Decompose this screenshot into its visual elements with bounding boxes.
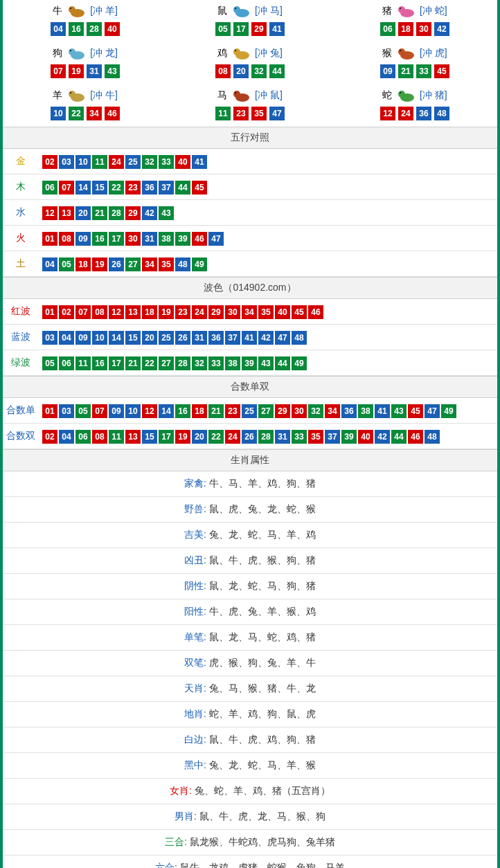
number-ball: 26: [175, 331, 190, 345]
main-container: 牛[冲 羊]04162840鼠[冲 马]05172941猪[冲 蛇]061830…: [0, 0, 500, 868]
number-ball: 07: [92, 404, 107, 418]
zodiac-name: 鸡: [217, 47, 227, 60]
zodiac-cell: 马[冲 鼠]11233547: [168, 84, 332, 127]
number-ball: 13: [125, 305, 141, 319]
row-label: 合数单: [3, 398, 39, 424]
number-ball: 17: [109, 232, 124, 246]
number-ball: 37: [325, 430, 340, 444]
number-ball: 44: [175, 181, 190, 195]
number-ball: 36: [142, 181, 157, 195]
table-row: 土04051819262734354849: [3, 251, 497, 277]
row-label: 蓝波: [3, 325, 39, 350]
zodiac-grid: 牛[冲 羊]04162840鼠[冲 马]05172941猪[冲 蛇]061830…: [3, 0, 497, 127]
number-ball: 04: [51, 22, 66, 36]
zodiac-icon: [393, 3, 418, 19]
zodiac-clash: [冲 马]: [255, 5, 283, 17]
number-ball: 24: [109, 155, 124, 169]
number-ball: 35: [159, 257, 174, 271]
number-ball: 29: [208, 305, 224, 319]
attr-row: 吉美: 兔、龙、蛇、马、羊、鸡: [3, 523, 497, 548]
svg-point-1: [69, 6, 75, 13]
svg-point-10: [69, 48, 75, 55]
number-ball: 24: [192, 305, 207, 319]
attr-label: 单笔:: [184, 631, 206, 642]
attr-value: 鼠龙猴、牛蛇鸡、虎马狗、兔羊猪: [190, 836, 335, 847]
attr-label: 地肖:: [184, 708, 206, 719]
number-ball: 45: [192, 181, 207, 195]
svg-point-8: [400, 8, 401, 9]
row-nums: 04051819262734354849: [39, 251, 497, 277]
attr-label: 凶丑:: [184, 554, 206, 566]
number-ball: 45: [434, 64, 449, 78]
number-ball: 11: [75, 356, 91, 370]
number-ball: 20: [75, 206, 91, 220]
number-ball: 21: [208, 404, 224, 418]
number-ball: 17: [159, 430, 174, 444]
number-ball: 09: [380, 64, 395, 78]
number-ball: 34: [142, 257, 157, 271]
number-ball: 14: [159, 404, 174, 418]
zodiac-clash: [冲 蛇]: [420, 5, 447, 17]
number-ball: 38: [159, 232, 174, 246]
row-label: 合数双: [3, 424, 39, 449]
row-label: 木: [3, 174, 39, 200]
zodiac-nums: 10223446: [3, 106, 168, 121]
number-ball: 36: [416, 107, 431, 120]
row-label: 土: [3, 251, 39, 277]
number-ball: 23: [175, 305, 190, 319]
attr-label: 男肖:: [175, 811, 197, 822]
number-ball: 10: [75, 155, 91, 169]
number-ball: 39: [341, 430, 357, 444]
number-ball: 34: [325, 404, 340, 418]
svg-point-4: [233, 6, 240, 13]
attrs-list: 家禽: 牛、马、羊、鸡、狗、猪野兽: 鼠、虎、兔、龙、蛇、猴吉美: 兔、龙、蛇、…: [3, 471, 497, 868]
number-ball: 41: [192, 155, 207, 169]
row-label: 水: [3, 200, 39, 226]
number-ball: 20: [142, 331, 157, 345]
zodiac-name: 马: [217, 89, 227, 102]
number-ball: 30: [125, 232, 141, 246]
number-ball: 44: [391, 430, 407, 444]
attr-row: 黑中: 兔、龙、蛇、马、羊、猴: [3, 753, 497, 779]
number-ball: 25: [159, 331, 174, 345]
row-label: 绿波: [3, 350, 39, 376]
number-ball: 08: [215, 64, 231, 78]
zodiac-name: 牛: [53, 5, 62, 17]
attr-row: 天肖: 兔、马、猴、猪、牛、龙: [3, 676, 497, 702]
row-nums: 1213202128294243: [39, 200, 497, 226]
number-ball: 41: [269, 22, 285, 36]
number-ball: 17: [109, 356, 124, 370]
number-ball: 15: [142, 430, 157, 444]
table-row: 火0108091617303138394647: [3, 226, 497, 251]
number-ball: 49: [292, 356, 307, 370]
zodiac-clash: [冲 鼠]: [255, 89, 283, 102]
svg-point-22: [233, 91, 240, 98]
zodiac-name: 猴: [382, 47, 392, 60]
table-row: 蓝波03040910141520252631363741424748: [3, 325, 497, 350]
zodiac-top: 牛[冲 羊]: [3, 3, 168, 19]
number-ball: 28: [258, 430, 274, 444]
zodiac-icon: [393, 45, 418, 62]
zodiac-name: 鼠: [217, 5, 227, 17]
zodiac-nums: 08203244: [168, 64, 332, 79]
number-ball: 02: [59, 305, 74, 319]
attr-row: 六合: 鼠牛、龙鸡、虎猪、蛇猴、兔狗、马羊: [3, 856, 497, 868]
number-ball: 02: [42, 430, 57, 444]
number-ball: 47: [425, 404, 440, 418]
zodiac-top: 蛇[冲 猪]: [332, 87, 497, 104]
number-ball: 43: [391, 404, 407, 418]
number-ball: 37: [159, 181, 174, 195]
svg-point-16: [398, 48, 405, 55]
number-ball: 36: [208, 331, 224, 345]
attr-label: 阴性:: [184, 580, 206, 591]
number-ball: 04: [59, 331, 74, 345]
svg-point-25: [398, 91, 405, 98]
number-ball: 21: [125, 356, 141, 370]
number-ball: 06: [59, 356, 74, 370]
number-ball: 45: [408, 404, 423, 418]
row-nums: 0204060811131517192022242628313335373940…: [39, 424, 497, 449]
number-ball: 48: [425, 430, 440, 444]
number-ball: 30: [292, 404, 307, 418]
attr-value: 鼠、龙、马、蛇、鸡、猪: [209, 631, 316, 642]
number-ball: 34: [242, 305, 257, 319]
